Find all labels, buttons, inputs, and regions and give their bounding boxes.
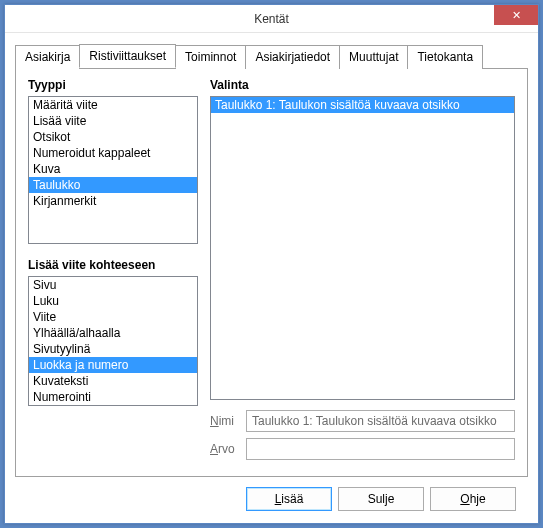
list-item[interactable]: Taulukko (29, 177, 197, 193)
tab-strip: Asiakirja Ristiviittaukset Toiminnot Asi… (15, 44, 528, 69)
dialog-window: Kentät ✕ Asiakirja Ristiviittaukset Toim… (4, 4, 539, 524)
list-item[interactable]: Lisää viite (29, 113, 197, 129)
insert-ref-label: Lisää viite kohteeseen (28, 258, 198, 272)
list-item[interactable]: Kirjanmerkit (29, 193, 197, 209)
left-column: Tyyppi Määritä viite Lisää viite Otsikot… (28, 78, 198, 466)
list-item[interactable]: Sivutyylinä (29, 341, 197, 357)
tab-document[interactable]: Asiakirja (15, 45, 80, 69)
name-input (246, 410, 515, 432)
list-item[interactable]: Taulukko 1: Taulukon sisältöä kuvaava ot… (211, 97, 514, 113)
value-label: Arvo (210, 442, 246, 456)
tab-panel: Tyyppi Määritä viite Lisää viite Otsikot… (15, 68, 528, 477)
close-button[interactable]: Sulje (338, 487, 424, 511)
help-button[interactable]: Ohje (430, 487, 516, 511)
list-item[interactable]: Luku (29, 293, 197, 309)
value-input (246, 438, 515, 460)
list-item[interactable]: Sivu (29, 277, 197, 293)
selection-label: Valinta (210, 78, 515, 92)
list-item[interactable]: Luokka ja numero (29, 357, 197, 373)
insert-ref-listbox[interactable]: Sivu Luku Viite Ylhäällä/alhaalla Sivuty… (28, 276, 198, 406)
content-area: Asiakirja Ristiviittaukset Toiminnot Asi… (5, 33, 538, 523)
name-label: Nimi (210, 414, 246, 428)
window-title: Kentät (254, 12, 289, 26)
list-item[interactable]: Numeroidut kappaleet (29, 145, 197, 161)
list-item[interactable]: Kuva (29, 161, 197, 177)
titlebar: Kentät ✕ (5, 5, 538, 33)
list-item[interactable]: Numerointi (29, 389, 197, 405)
tab-database[interactable]: Tietokanta (407, 45, 483, 69)
tab-docinfo[interactable]: Asiakirjatiedot (245, 45, 340, 69)
list-item[interactable]: Ylhäällä/alhaalla (29, 325, 197, 341)
list-item[interactable]: Viite (29, 309, 197, 325)
window-close-button[interactable]: ✕ (494, 5, 538, 25)
list-item[interactable]: Määritä viite (29, 97, 197, 113)
type-listbox[interactable]: Määritä viite Lisää viite Otsikot Numero… (28, 96, 198, 244)
value-field-row: Arvo (210, 438, 515, 460)
name-field-row: Nimi (210, 410, 515, 432)
right-column: Valinta Taulukko 1: Taulukon sisältöä ku… (210, 78, 515, 466)
footer: Lisää Sulje Ohje (15, 477, 528, 523)
list-item[interactable]: Kuvateksti (29, 373, 197, 389)
insert-button[interactable]: Lisää (246, 487, 332, 511)
list-item[interactable]: Otsikot (29, 129, 197, 145)
tab-variables[interactable]: Muuttujat (339, 45, 408, 69)
tab-crossreferences[interactable]: Ristiviittaukset (79, 44, 176, 68)
type-label: Tyyppi (28, 78, 198, 92)
tab-functions[interactable]: Toiminnot (175, 45, 246, 69)
selection-listbox[interactable]: Taulukko 1: Taulukon sisältöä kuvaava ot… (210, 96, 515, 400)
close-icon: ✕ (512, 9, 521, 22)
